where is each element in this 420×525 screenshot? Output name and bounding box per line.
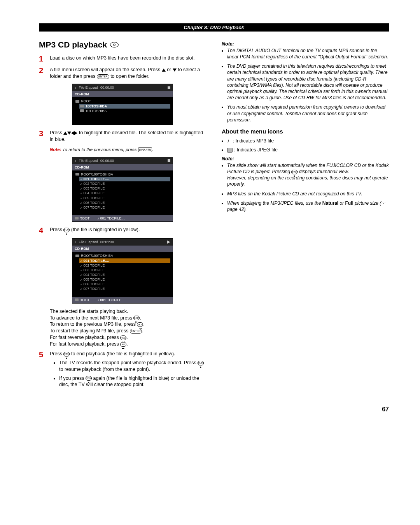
note2-item-2: MP3 files on the Kodak Picture CD are no… [227,191,389,197]
note2-item-1: The slide show will start automatically … [227,162,389,188]
stop-button-icon: STOP■ [86,376,92,381]
step-5-text: Press STOP■ to end playback (the file is… [50,351,206,390]
section-title: MP3 CD playback [39,39,206,50]
enter-button-icon: ENTER [97,74,109,79]
enter-button-icon: ENTER [130,329,142,333]
rew-button-icon: REW◂◂ [120,335,126,340]
step-number-4: 4 [39,227,46,234]
osd-screen-2: ♪ File Elapsed 00:00:00 CD-ROM ROOT/100T… [72,157,173,222]
stop-button-icon: STOP■ [63,352,70,356]
step-5-bullet-1: The TV records the stopped point where p… [59,360,206,373]
osd-time-3: 00:01:38 [100,240,114,244]
pointer-hand-icon: ☞ [381,200,385,206]
skip-back-button-icon: SKIP|◂◂ [137,322,143,327]
note-heading-2: Note: [222,156,389,162]
note-item-2: The DVD player contained in this televis… [227,63,389,101]
step-5-bullet-2: If you press STOP■ again (the file is hi… [59,375,206,388]
step-4-text: Press PLAY▶ (the file is highlighted in … [50,227,206,234]
title-text: MP3 CD playback [39,39,107,50]
note-item-3: You must obtain any required permission … [227,104,389,123]
playback-controls-text: The selected file starts playing back. T… [50,308,206,348]
osd-stop-icon [168,159,170,162]
osd-play-icon [167,241,170,244]
step-number-1: 1 [39,55,46,63]
osd-file-elapsed: File Elapsed [79,85,98,90]
disc-icon [110,42,119,47]
step-1-text: Load a disc on which MP3 files have been… [50,55,206,63]
up-arrow-icon [162,68,166,72]
stop-button-icon: STOP■ [291,170,298,174]
osd-stop-icon [168,86,170,89]
jpeg-file-icon [227,148,233,153]
skip-forward-button-icon: SKIP▸▸| [133,316,140,320]
osd-screen-1: ♪ File Elapsed 00:00:00 CD-ROM ROOT 100T… [72,84,173,125]
left-column: MP3 CD playback 1 Load a disc on which M… [39,39,206,394]
note-item-1: The DIGITAL AUDIO OUT terminal on the TV… [227,47,389,60]
play-button-icon: PLAY▶ [198,361,204,365]
step-2-text: A file menu screen will appear on the sc… [50,67,206,80]
step-number-5: 5 [39,351,46,390]
step-number-3: 3 [39,130,46,143]
step-number-2: 2 [39,67,46,80]
ff-button-icon: FF▸▸ [120,342,126,347]
left-arrow-icon [71,131,74,135]
right-column: Note: The DIGITAL AUDIO OUT terminal on … [222,39,389,394]
down-arrow-icon [173,68,177,72]
note-heading: Note: [222,41,389,47]
osd-time-1: 00:00:00 [100,85,114,90]
up-arrow-icon [63,132,67,135]
dvd-rtn-button-icon: DVD RTN [138,147,152,152]
mp3-file-icon [227,138,231,142]
osd-screen-3: ♪ File Elapsed 00:01:38 CD-ROM ROOT/100T… [72,238,173,304]
about-icons-heading: About the menu icons [222,128,389,135]
icon-legend-mp3: : Indicates MP3 file [227,138,389,144]
play-button-icon: PLAY▶ [63,228,70,232]
note2-item-3: When displaying the MP3/JPEG files, use … [227,200,389,212]
step-3-text: Press to highlight the desired file. The… [50,130,206,143]
chapter-header: Chapter 8: DVD Playback [39,23,389,32]
note-return: Note: To return to the previous menu, pr… [50,147,206,153]
osd-cdrom-1: CD-ROM [72,91,173,97]
down-arrow-icon [67,132,71,135]
page-number: 67 [39,406,389,413]
icon-legend-jpeg: : Indicates JPEG file [227,147,389,153]
